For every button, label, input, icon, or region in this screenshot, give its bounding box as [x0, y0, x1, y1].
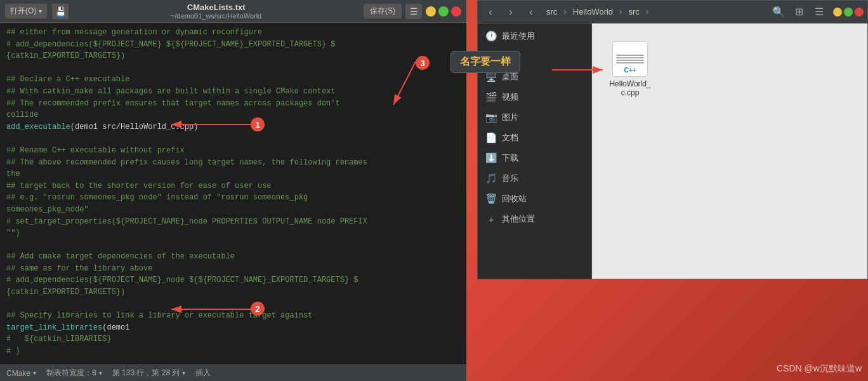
language-dropdown: ▾: [33, 370, 36, 377]
save-button[interactable]: 保存(S): [364, 4, 402, 18]
recent-icon: 🕐: [485, 30, 497, 42]
fm-menu-button[interactable]: ☰: [810, 3, 828, 21]
open-button[interactable]: 打开(O) ▾: [5, 4, 47, 18]
window-controls: [426, 6, 461, 17]
fm-view-button[interactable]: ⊞: [790, 3, 808, 21]
editor-filepath: ~/demo01_ws/src/HelloWorld: [69, 12, 364, 20]
sidebar-item-downloads[interactable]: ⬇️ 下载: [478, 148, 591, 168]
docs-label: 文档: [502, 132, 518, 144]
annotation-2: 2: [251, 302, 265, 316]
sidebar-item-music[interactable]: 🎵 音乐: [478, 168, 591, 189]
other-icon: +: [485, 213, 497, 225]
fm-search-button[interactable]: 🔍: [770, 3, 787, 21]
annotation-3: 3: [416, 56, 430, 70]
fm-toolbar: ‹ › ‹ src › HelloWorld › src › 🔍 ⊞ ☰: [478, 1, 867, 23]
tabwidth-label: 制表符宽度：8: [46, 368, 96, 378]
editor-filename: CMakeLists.txt: [69, 3, 364, 12]
file-name-label: HelloWorld_c.cpp: [607, 79, 653, 97]
titlebar-left: 打开(O) ▾ 💾: [5, 4, 69, 19]
fm-toolbar-right: 🔍 ⊞ ☰: [770, 3, 864, 21]
file-icon-lines: [616, 55, 643, 64]
editor-titlebar: 打开(O) ▾ 💾 CMakeLists.txt ~/demo01_ws/src…: [0, 0, 466, 23]
titlebar-right: 保存(S) ☰: [364, 4, 461, 19]
trash-icon: 🗑️: [485, 193, 497, 204]
docs-icon: 📄: [485, 132, 497, 144]
editor-title: CMakeLists.txt ~/demo01_ws/src/HelloWorl…: [69, 3, 364, 20]
position-dropdown: ▾: [182, 370, 185, 377]
downloads-label: 下载: [502, 152, 518, 164]
fm-crumb-sep-3: ›: [645, 7, 650, 17]
csdn-text: CSDN @w沉默味道w: [777, 363, 862, 373]
file-icon-helloworld: C++: [612, 41, 648, 77]
file-ext-label: C++: [624, 67, 636, 74]
tooltip-bubble: 名字要一样: [450, 51, 520, 73]
csdn-watermark: CSDN @w沉默味道w: [777, 363, 862, 375]
fm-minimize-button[interactable]: [833, 8, 842, 17]
mode-label: 插入: [195, 368, 211, 378]
fm-crumb-src[interactable]: src: [542, 6, 561, 18]
sidebar-item-pictures[interactable]: 📷 图片: [478, 107, 591, 128]
fm-close-button[interactable]: [855, 8, 864, 17]
close-button[interactable]: [451, 6, 461, 17]
sidebar-item-recent[interactable]: 🕐 最近使用: [478, 26, 591, 46]
file-line-2: [616, 57, 643, 58]
fm-crumb-src2[interactable]: src: [625, 6, 643, 18]
statusbar-mode: 插入: [195, 368, 211, 378]
statusbar: CMake ▾ 制表符宽度：8 ▾ 第 133 行，第 28 列 ▾ 插入: [0, 364, 466, 381]
fm-breadcrumb: src › HelloWorld › src ›: [542, 6, 767, 18]
open-dropdown-arrow: ▾: [39, 8, 42, 15]
file-line-4: [616, 62, 643, 64]
statusbar-tabwidth[interactable]: 制表符宽度：8 ▾: [46, 368, 102, 378]
filemanager-panel: ‹ › ‹ src › HelloWorld › src › 🔍 ⊞ ☰ 🕐: [477, 0, 868, 279]
language-label: CMake: [6, 369, 30, 378]
fm-crumb-sep-1: ›: [562, 7, 567, 17]
statusbar-language[interactable]: CMake ▾: [6, 369, 36, 378]
pictures-label: 图片: [502, 112, 518, 123]
fm-forward-button[interactable]: ›: [502, 3, 520, 21]
music-icon: 🎵: [485, 173, 497, 184]
sidebar-item-docs[interactable]: 📄 文档: [478, 128, 591, 148]
music-label: 音乐: [502, 173, 518, 184]
position-label: 第 133 行，第 28 列: [112, 368, 180, 378]
statusbar-position[interactable]: 第 133 行，第 28 列 ▾: [112, 368, 186, 378]
annotation-1: 1: [251, 117, 265, 131]
other-label: 其他位置: [502, 213, 535, 225]
fm-body: 🕐 最近使用 📁 目录 🖥️ 桌面 🎬 视频 📷 图片 📄 文档: [478, 23, 867, 279]
maximize-button[interactable]: [438, 6, 449, 17]
tabwidth-dropdown: ▾: [99, 370, 102, 377]
open-button-label: 打开(O): [10, 6, 36, 17]
editor-content[interactable]: ## either from message generation or dyn…: [0, 23, 466, 364]
fm-maximize-button[interactable]: [844, 8, 853, 17]
fm-back-button[interactable]: ‹: [482, 3, 499, 21]
tooltip-text: 名字要一样: [460, 56, 511, 67]
sidebar-item-trash[interactable]: 🗑️ 回收站: [478, 189, 591, 209]
fm-crumb-helloworld[interactable]: HelloWorld: [569, 6, 617, 18]
trash-label: 回收站: [502, 193, 527, 204]
file-item-helloworld[interactable]: C++ HelloWorld_c.cpp: [605, 36, 655, 102]
sidebar-item-other[interactable]: + 其他位置: [478, 209, 591, 229]
recent-label: 最近使用: [502, 30, 535, 42]
video-label: 视频: [502, 91, 518, 103]
video-icon: 🎬: [485, 91, 497, 103]
fm-main-area: C++ HelloWorld_c.cpp: [592, 23, 867, 279]
fm-up-button[interactable]: ‹: [522, 3, 540, 21]
minimize-button[interactable]: [426, 6, 436, 17]
file-line-1: [616, 55, 643, 56]
file-line-3: [616, 60, 643, 61]
downloads-icon: ⬇️: [485, 152, 497, 164]
sidebar-item-video[interactable]: 🎬 视频: [478, 87, 591, 107]
fm-crumb-sep-2: ›: [618, 7, 623, 17]
editor-panel: 打开(O) ▾ 💾 CMakeLists.txt ~/demo01_ws/src…: [0, 0, 466, 381]
menu-button[interactable]: ☰: [405, 4, 422, 19]
pictures-icon: 📷: [485, 112, 497, 123]
save-icon-button[interactable]: 💾: [52, 4, 69, 19]
